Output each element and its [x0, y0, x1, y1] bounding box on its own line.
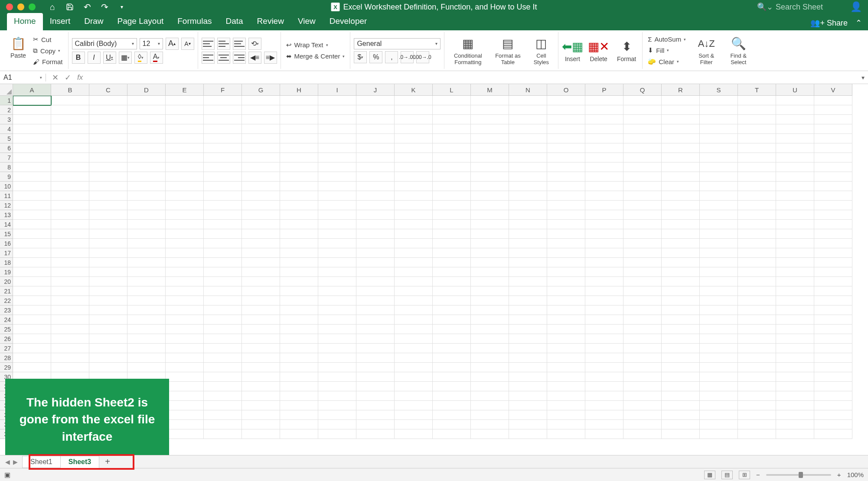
percent-button[interactable]: % [369, 51, 382, 63]
cell-P33[interactable] [585, 401, 623, 410]
cell-R34[interactable] [662, 410, 700, 420]
copy-button[interactable]: ⧉Copy▾ [31, 46, 65, 55]
cell-K17[interactable] [395, 248, 433, 258]
cell-T9[interactable] [738, 172, 776, 182]
cell-O19[interactable] [547, 267, 585, 277]
cell-T17[interactable] [738, 248, 776, 258]
cell-B10[interactable] [51, 182, 89, 191]
cell-I3[interactable] [318, 115, 356, 124]
cell-T11[interactable] [738, 191, 776, 201]
cell-S23[interactable] [700, 306, 738, 315]
cell-F19[interactable] [204, 267, 242, 277]
page-layout-view-button[interactable]: ▤ [721, 471, 733, 479]
cell-T14[interactable] [738, 220, 776, 229]
cell-I35[interactable] [318, 420, 356, 429]
cell-J6[interactable] [356, 143, 395, 153]
cell-R16[interactable] [662, 239, 700, 248]
cell-E34[interactable] [166, 410, 204, 420]
cell-B11[interactable] [51, 191, 89, 201]
cell-M28[interactable] [471, 353, 509, 363]
cell-R21[interactable] [662, 286, 700, 296]
cell-A17[interactable] [13, 248, 51, 258]
cell-S12[interactable] [700, 201, 738, 210]
cell-B23[interactable] [51, 306, 89, 315]
font-name-selector[interactable]: Calibri (Body)▾ [72, 38, 137, 49]
cell-T29[interactable] [738, 363, 776, 372]
cell-R1[interactable] [662, 96, 700, 105]
cell-P18[interactable] [585, 258, 623, 267]
cell-Q34[interactable] [623, 410, 662, 420]
cell-Q26[interactable] [623, 334, 662, 344]
row-header-8[interactable]: 8 [0, 162, 13, 172]
cell-G10[interactable] [242, 182, 280, 191]
cell-S33[interactable] [700, 401, 738, 410]
cell-K33[interactable] [395, 401, 433, 410]
cell-U5[interactable] [776, 134, 814, 143]
cell-G15[interactable] [242, 229, 280, 239]
cell-C27[interactable] [89, 344, 127, 353]
cell-L24[interactable] [433, 315, 471, 325]
cell-E8[interactable] [166, 162, 204, 172]
cell-O36[interactable] [547, 429, 585, 439]
cell-I10[interactable] [318, 182, 356, 191]
cell-M32[interactable] [471, 391, 509, 401]
cell-J16[interactable] [356, 239, 395, 248]
align-bottom-button[interactable] [233, 38, 246, 50]
cell-L11[interactable] [433, 191, 471, 201]
cell-Q10[interactable] [623, 182, 662, 191]
cell-L32[interactable] [433, 391, 471, 401]
cell-S13[interactable] [700, 210, 738, 220]
cell-L15[interactable] [433, 229, 471, 239]
cell-D3[interactable] [127, 115, 166, 124]
cell-T35[interactable] [738, 420, 776, 429]
cell-B22[interactable] [51, 296, 89, 306]
normal-view-button[interactable]: ▦ [704, 471, 715, 479]
cell-C1[interactable] [89, 96, 127, 105]
cell-E29[interactable] [166, 363, 204, 372]
cell-R9[interactable] [662, 172, 700, 182]
cell-F9[interactable] [204, 172, 242, 182]
cell-A25[interactable] [13, 325, 51, 334]
number-format-selector[interactable]: General▾ [354, 38, 441, 49]
cell-V17[interactable] [814, 248, 852, 258]
decrease-font-button[interactable]: A▾ [181, 38, 194, 50]
cell-G7[interactable] [242, 153, 280, 162]
cell-T2[interactable] [738, 105, 776, 115]
cell-U2[interactable] [776, 105, 814, 115]
cell-C4[interactable] [89, 124, 127, 134]
cell-A2[interactable] [13, 105, 51, 115]
cell-I8[interactable] [318, 162, 356, 172]
cell-D27[interactable] [127, 344, 166, 353]
cell-D12[interactable] [127, 201, 166, 210]
cell-L25[interactable] [433, 325, 471, 334]
cell-V8[interactable] [814, 162, 852, 172]
cell-B25[interactable] [51, 325, 89, 334]
cell-C13[interactable] [89, 210, 127, 220]
cell-Q33[interactable] [623, 401, 662, 410]
column-header-O[interactable]: O [547, 84, 585, 96]
cell-J8[interactable] [356, 162, 395, 172]
cell-E12[interactable] [166, 201, 204, 210]
cell-E16[interactable] [166, 239, 204, 248]
cell-S35[interactable] [700, 420, 738, 429]
cell-V5[interactable] [814, 134, 852, 143]
cell-N11[interactable] [509, 191, 547, 201]
cell-P27[interactable] [585, 344, 623, 353]
cell-Q17[interactable] [623, 248, 662, 258]
column-header-I[interactable]: I [318, 84, 356, 96]
cell-M19[interactable] [471, 267, 509, 277]
cell-O26[interactable] [547, 334, 585, 344]
cell-E28[interactable] [166, 353, 204, 363]
cell-G2[interactable] [242, 105, 280, 115]
column-header-B[interactable]: B [51, 84, 89, 96]
cell-G27[interactable] [242, 344, 280, 353]
cell-H17[interactable] [280, 248, 318, 258]
cell-K28[interactable] [395, 353, 433, 363]
minimize-window-button[interactable] [17, 3, 24, 10]
cell-I6[interactable] [318, 143, 356, 153]
increase-font-button[interactable]: A▴ [166, 38, 179, 50]
cell-K36[interactable] [395, 429, 433, 439]
cell-F20[interactable] [204, 277, 242, 286]
cell-E17[interactable] [166, 248, 204, 258]
cell-U27[interactable] [776, 344, 814, 353]
